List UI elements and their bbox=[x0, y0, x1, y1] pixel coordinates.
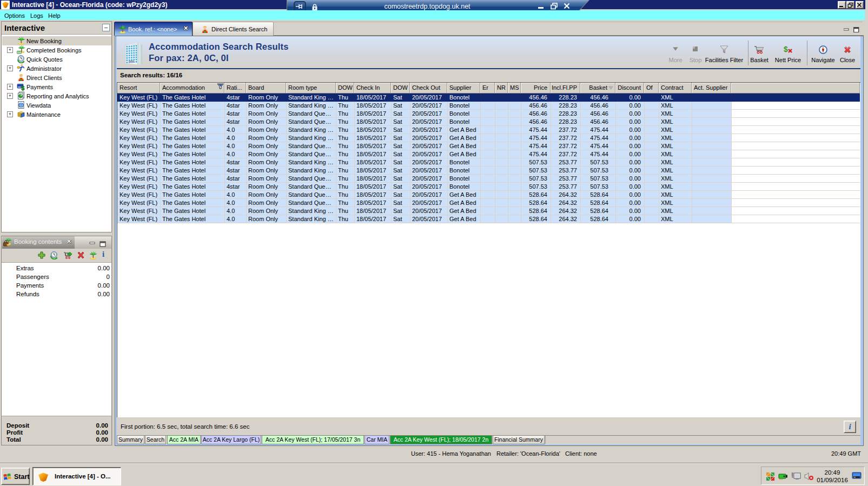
svg-text:$: $ bbox=[21, 85, 24, 91]
svg-text:$: $ bbox=[784, 45, 788, 54]
